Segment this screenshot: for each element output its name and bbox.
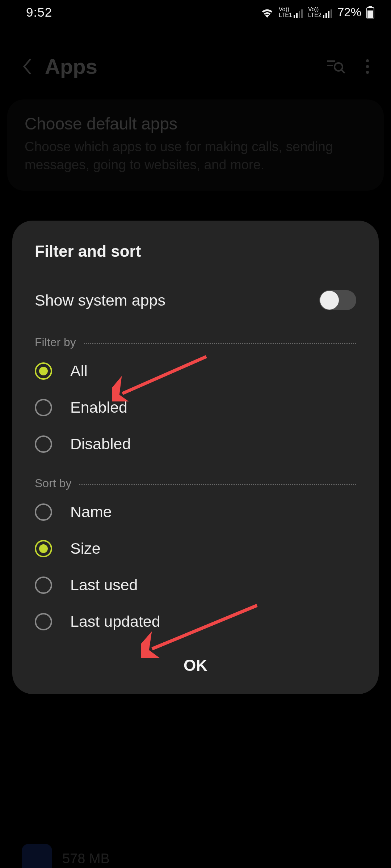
option-label: Name	[52, 503, 356, 521]
sim2-indicator: Vo))LTE2	[308, 7, 332, 18]
show-system-apps-row[interactable]: Show system apps	[12, 279, 379, 321]
svg-rect-2	[299, 11, 300, 18]
svg-rect-0	[294, 15, 295, 18]
radio-icon	[35, 503, 52, 521]
divider-dots	[84, 343, 356, 344]
status-icons: Vo))LTE1 Vo))LTE2 72%	[261, 5, 374, 19]
option-label: Enabled	[52, 399, 356, 416]
svg-point-17	[366, 71, 369, 74]
svg-rect-4	[323, 15, 324, 18]
svg-rect-1	[296, 13, 298, 18]
svg-rect-6	[328, 11, 329, 18]
sort-by-label: Sort by	[35, 477, 71, 490]
radio-icon	[35, 435, 52, 453]
filter-option-enabled[interactable]: Enabled	[12, 389, 379, 426]
option-label: Size	[52, 540, 356, 557]
radio-icon	[35, 399, 52, 416]
filter-sort-dialog: Filter and sort Show system apps Filter …	[12, 221, 379, 694]
filter-option-all[interactable]: All	[12, 353, 379, 389]
card-title: Choose default apps	[25, 114, 366, 133]
page-title: Apps	[45, 54, 314, 78]
filter-by-header: Filter by	[12, 321, 379, 353]
radio-icon	[35, 613, 52, 630]
sort-option-name[interactable]: Name	[12, 494, 379, 530]
svg-rect-3	[301, 9, 303, 18]
filter-option-disabled[interactable]: Disabled	[12, 426, 379, 462]
wifi-icon	[261, 7, 274, 18]
appbar: Apps	[0, 29, 391, 93]
app-list-item[interactable]: 578 MB	[0, 834, 391, 868]
svg-rect-5	[325, 13, 327, 18]
app-icon	[22, 844, 52, 868]
ok-button[interactable]: OK	[12, 640, 379, 694]
svg-point-15	[366, 59, 369, 62]
radio-icon	[35, 540, 52, 557]
svg-rect-7	[331, 9, 332, 18]
radio-icon	[35, 576, 52, 594]
toggle-knob	[320, 291, 339, 310]
back-icon[interactable]	[22, 59, 32, 75]
sort-option-size[interactable]: Size	[12, 530, 379, 567]
svg-line-14	[341, 70, 345, 73]
app-size: 578 MB	[62, 851, 110, 867]
option-label: All	[52, 362, 356, 380]
battery-icon	[366, 6, 374, 18]
search-icon[interactable]	[327, 59, 345, 74]
filter-by-label: Filter by	[35, 336, 76, 349]
svg-rect-10	[367, 10, 373, 18]
svg-point-13	[335, 63, 342, 71]
option-label: Disabled	[52, 435, 356, 453]
status-bar: 9:52 Vo))LTE1 Vo))LTE2 72%	[0, 0, 391, 25]
option-label: Last used	[52, 576, 356, 594]
sort-option-last-used[interactable]: Last used	[12, 567, 379, 603]
option-label: Last updated	[52, 613, 356, 630]
card-desc: Choose which apps to use for making call…	[25, 138, 366, 174]
status-time: 9:52	[26, 5, 52, 20]
show-system-apps-label: Show system apps	[35, 292, 319, 309]
radio-icon	[35, 362, 52, 380]
sort-by-header: Sort by	[12, 462, 379, 494]
sort-option-last-updated[interactable]: Last updated	[12, 603, 379, 640]
default-apps-card[interactable]: Choose default apps Choose which apps to…	[7, 99, 384, 191]
dialog-title: Filter and sort	[12, 242, 379, 279]
show-system-apps-toggle[interactable]	[319, 290, 356, 310]
battery-percent: 72%	[337, 5, 361, 19]
overflow-menu-icon[interactable]	[366, 59, 369, 74]
divider-dots	[79, 484, 356, 485]
sim1-indicator: Vo))LTE1	[279, 7, 303, 18]
svg-point-16	[366, 65, 369, 68]
